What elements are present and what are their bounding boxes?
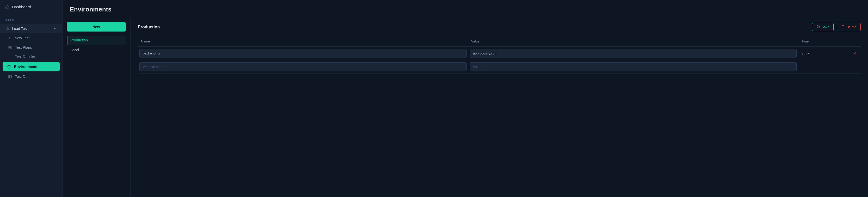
sidebar-item-test-data[interactable]: Test Data <box>0 72 62 81</box>
home-icon <box>5 5 9 9</box>
results-icon <box>8 55 12 59</box>
page-header: Environments <box>63 0 868 18</box>
col-header-name: Name <box>138 39 468 43</box>
new-test-label: New Test <box>14 36 29 40</box>
env-detail-panel: Production Save <box>130 18 868 197</box>
table-row: String <box>138 47 861 60</box>
sidebar-item-new-test[interactable]: New Test <box>0 33 62 43</box>
delete-button[interactable]: Delete <box>837 23 861 31</box>
save-icon <box>816 25 820 29</box>
test-results-label: Test Results <box>15 55 35 59</box>
load-test-app[interactable]: Load Test <box>0 24 62 33</box>
value-cell <box>468 47 799 60</box>
name-input[interactable] <box>140 49 467 58</box>
svg-point-5 <box>9 47 10 48</box>
variables-table: Name Value Type String <box>130 36 868 197</box>
delete-row-cell <box>850 49 861 58</box>
delete-label: Delete <box>846 25 856 29</box>
table-header-row: Name Value Type <box>138 36 861 47</box>
content-area: New Production Local Production <box>63 18 868 197</box>
apps-section-label: APPS <box>0 14 62 24</box>
page-title: Environments <box>70 6 861 13</box>
test-data-icon <box>8 75 12 79</box>
name-cell <box>138 47 468 60</box>
col-header-type: Type <box>798 39 850 43</box>
svg-rect-9 <box>8 75 11 78</box>
new-value-input[interactable] <box>470 62 797 72</box>
new-environment-button[interactable]: New <box>67 22 126 31</box>
test-data-label: Test Data <box>15 75 30 79</box>
col-header-actions <box>850 39 861 43</box>
table-row-new <box>138 60 861 74</box>
environments-list-panel: New Production Local <box>63 18 130 197</box>
main-content: Environments New Production Local Produc… <box>63 0 868 197</box>
trash-icon <box>841 25 845 29</box>
col-header-value: Value <box>468 39 799 43</box>
dashboard-label: Dashboard <box>12 5 31 9</box>
new-name-cell <box>138 60 468 74</box>
env-detail-header: Production Save <box>130 18 868 36</box>
sidebar: Dashboard APPS Load Test <box>0 0 63 197</box>
env-list: Production Local <box>67 36 126 54</box>
value-input[interactable] <box>470 49 797 58</box>
env-item-local[interactable]: Local <box>67 46 126 54</box>
env-detail-title: Production <box>138 25 160 29</box>
sidebar-item-test-plans[interactable]: Test Plans <box>0 43 62 52</box>
header-actions: Save Delete <box>812 23 861 31</box>
plus-icon <box>8 36 11 40</box>
new-name-input[interactable] <box>140 62 467 72</box>
save-label: Save <box>822 25 830 29</box>
environments-icon <box>7 65 11 69</box>
dashboard-link[interactable]: Dashboard <box>0 0 62 14</box>
type-value: String <box>801 51 810 55</box>
type-cell: String <box>798 49 850 57</box>
sidebar-item-environments[interactable]: Environments <box>3 62 60 72</box>
chevron-down-icon <box>53 27 57 30</box>
new-delete-cell <box>850 65 861 69</box>
test-plans-label: Test Plans <box>15 45 32 50</box>
save-button[interactable]: Save <box>812 23 834 31</box>
delete-row-button[interactable] <box>852 51 858 56</box>
load-test-label: Load Test <box>12 27 28 31</box>
new-type-cell <box>798 65 850 69</box>
new-value-cell <box>468 60 799 74</box>
gear-icon <box>8 45 12 50</box>
bar-chart-icon <box>5 27 9 31</box>
environments-label: Environments <box>14 65 38 69</box>
env-item-production[interactable]: Production <box>67 36 126 45</box>
sidebar-item-test-results[interactable]: Test Results <box>0 52 62 61</box>
